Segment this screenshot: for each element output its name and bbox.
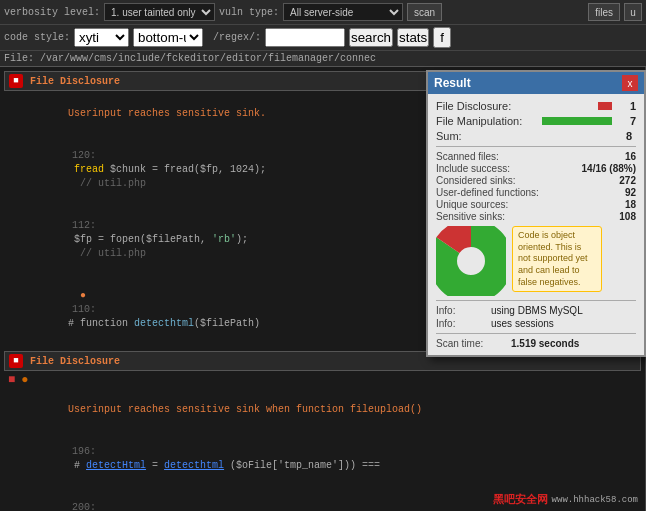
divider1: [436, 146, 636, 147]
file-manipulation-bar-fill: [542, 117, 612, 125]
search-button[interactable]: search: [349, 28, 393, 47]
order-select[interactable]: bottom-uptop-down: [133, 28, 203, 47]
include-success-label: Include success:: [436, 163, 574, 174]
info2-row: Info: uses sessions: [436, 318, 636, 329]
s2-warn-icon: ■: [8, 373, 15, 387]
warning-icon1: ■: [9, 74, 23, 88]
result-dialog: Result x File Disclosure: 1 File Manipul…: [426, 70, 646, 357]
watermark-logo: 黑吧安全网: [493, 492, 548, 507]
f-button[interactable]: f: [433, 27, 451, 48]
toolbar1: verbosity level: 1. user tainted only2. …: [0, 0, 646, 25]
info2-label: Info:: [436, 318, 491, 329]
s2-line1: 196: # detectHtml = detecthtml ($oFile['…: [20, 431, 641, 487]
filepath-bar: File: /var/www/cms/include/fckeditor/edi…: [0, 51, 646, 67]
vuln-type-select[interactable]: All server-sideXSSSQL InjectionFile Incl…: [283, 3, 403, 21]
file-manipulation-row: File Manipulation: 7: [436, 115, 636, 127]
watermark-site: www.hhhack58.com: [552, 495, 638, 505]
result-title: Result: [434, 76, 471, 90]
verbosity-select[interactable]: 1. user tainted only2. all3. debug: [104, 3, 215, 21]
user-defined-value: 92: [582, 187, 636, 198]
scan-time-label: Scan time:: [436, 338, 511, 349]
scan-time-value: 1.519 seconds: [511, 338, 579, 349]
toolbar2: code style: xytidefaultdark bottom-uptop…: [0, 25, 646, 51]
warning-icon2: ■: [9, 354, 23, 368]
section2-msg: Userinput reaches sensitive sink when fu…: [20, 389, 641, 431]
file-manipulation-label: File Manipulation:: [436, 115, 542, 127]
info1-label: Info:: [436, 305, 491, 316]
file-disclosure-row: File Disclosure: 1: [436, 100, 636, 112]
code-style-select[interactable]: xytidefaultdark: [74, 28, 129, 47]
scan-button[interactable]: scan: [407, 3, 442, 21]
file-disclosure-bar: 1: [598, 100, 636, 112]
sum-row: Sum: 8: [436, 130, 636, 142]
user-defined-label: User-defined functions:: [436, 187, 574, 198]
scan-time-row: Scan time: 1.519 seconds: [436, 338, 636, 349]
unique-sources-label: Unique sources:: [436, 199, 574, 210]
vuln-label: vuln type:: [219, 7, 279, 18]
section2-title: File Disclosure: [30, 356, 120, 367]
stats-grid: Scanned files: 16 Include success: 14/16…: [436, 151, 636, 222]
filepath-text: File: /var/www/cms/include/fckeditor/edi…: [4, 53, 376, 64]
info-warning-box: Code is object oriented. This is not sup…: [512, 226, 602, 292]
verbosity-label: verbosity level:: [4, 7, 100, 18]
file-manipulation-bar: 7: [542, 115, 636, 127]
divider2: [436, 300, 636, 301]
regex-input[interactable]: [265, 28, 345, 47]
file-disclosure-bar-fill: [598, 102, 612, 110]
stats-button[interactable]: stats: [397, 28, 429, 47]
info1-row: Info: using DBMS MySQL: [436, 305, 636, 316]
section2-icons: ■ ●: [8, 373, 641, 387]
include-success-value: 14/16 (88%): [582, 163, 636, 174]
section1-title: File Disclosure: [30, 76, 120, 87]
user-button[interactable]: u: [624, 3, 642, 21]
file-manipulation-value: 7: [616, 115, 636, 127]
sum-label: Sum:: [436, 130, 612, 142]
scanned-files-label: Scanned files:: [436, 151, 574, 162]
considered-sinks-label: Considered sinks:: [436, 175, 574, 186]
sum-value: 8: [612, 130, 632, 142]
divider3: [436, 333, 636, 334]
unique-sources-value: 18: [582, 199, 636, 210]
file-disclosure-label: File Disclosure:: [436, 100, 598, 112]
file-disclosure-value: 1: [616, 100, 636, 112]
info2-value: uses sessions: [491, 318, 554, 329]
result-body: File Disclosure: 1 File Manipulation: 7 …: [428, 94, 644, 355]
considered-sinks-value: 272: [582, 175, 636, 186]
sensitive-sinks-label: Sensitive sinks:: [436, 211, 574, 222]
result-close-button[interactable]: x: [622, 75, 638, 91]
s2-warn-icon2: ●: [21, 373, 28, 387]
pie-area: Code is object oriented. This is not sup…: [436, 226, 636, 296]
regex-label: /regex/:: [213, 32, 261, 43]
info1-value: using DBMS MySQL: [491, 305, 583, 316]
sensitive-sinks-value: 108: [582, 211, 636, 222]
result-title-bar: Result x: [428, 72, 644, 94]
info-warning-text: Code is object oriented. This is not sup…: [518, 230, 588, 287]
pie-chart: [436, 226, 506, 296]
scanned-files-value: 16: [582, 151, 636, 162]
files-button[interactable]: files: [588, 3, 620, 21]
code-style-label: code style:: [4, 32, 70, 43]
watermark: 黑吧安全网 www.hhhack58.com: [493, 492, 638, 507]
